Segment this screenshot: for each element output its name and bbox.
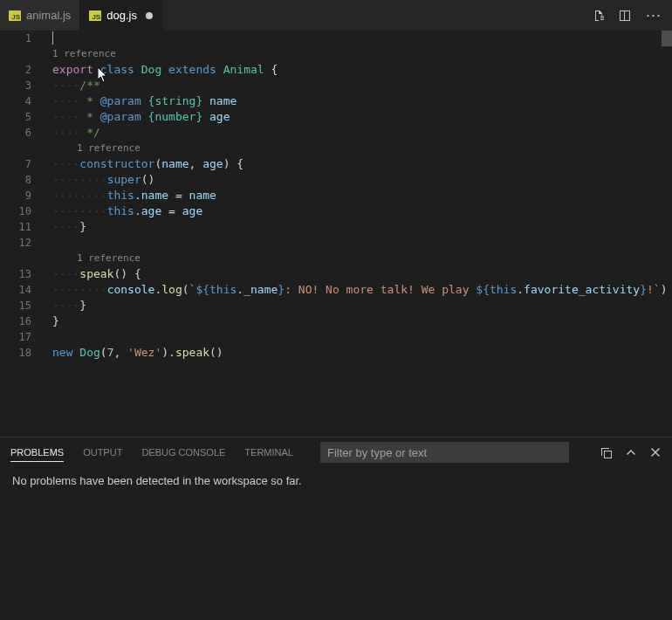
split-editor-icon[interactable] — [618, 9, 632, 23]
problems-empty-message: No problems have been detected in the wo… — [0, 467, 672, 494]
chevron-up-icon[interactable] — [625, 446, 637, 458]
tab-label: dog.js — [106, 9, 137, 22]
codelens-constructor[interactable]: 1 reference — [52, 141, 672, 156]
tab-bar-actions: ··· — [592, 0, 672, 31]
panel-tab-problems[interactable]: PROBLEMS — [10, 444, 64, 462]
code-editor[interactable]: 1 2 3 4 5 6 7 8 9 10 11 12 13 14 15 16 1… — [0, 31, 672, 437]
tab-label: animal.js — [26, 9, 71, 22]
tab-animal-js[interactable]: JS animal.js — [0, 0, 80, 31]
text-cursor — [52, 31, 53, 45]
editor-tab-bar: JS animal.js JS dog.js ··· — [0, 0, 672, 31]
panel-tab-bar: PROBLEMS OUTPUT DEBUG CONSOLE TERMINAL — [0, 437, 672, 467]
problems-filter-input[interactable] — [320, 442, 569, 463]
tab-dog-js[interactable]: JS dog.js — [80, 0, 162, 31]
panel-tab-debug-console[interactable]: DEBUG CONSOLE — [141, 444, 225, 461]
codelens-speak[interactable]: 1 reference — [52, 251, 672, 266]
codelens-class[interactable]: 1 reference — [52, 46, 672, 62]
code-content[interactable]: 1 reference export class Dog extends Ani… — [52, 31, 672, 361]
js-file-icon: JS — [89, 10, 101, 21]
line-number-gutter: 1 2 3 4 5 6 7 8 9 10 11 12 13 14 15 16 1… — [0, 31, 42, 361]
js-file-icon: JS — [9, 10, 21, 21]
unsaved-indicator-icon — [146, 12, 153, 19]
bottom-panel: PROBLEMS OUTPUT DEBUG CONSOLE TERMINAL N… — [0, 437, 672, 620]
panel-tab-terminal[interactable]: TERMINAL — [244, 444, 293, 461]
compare-changes-icon[interactable] — [592, 9, 606, 23]
more-actions-icon[interactable]: ··· — [644, 6, 663, 24]
close-panel-icon[interactable] — [649, 446, 662, 458]
panel-tab-output[interactable]: OUTPUT — [83, 444, 122, 461]
collapse-all-icon[interactable] — [599, 445, 613, 459]
